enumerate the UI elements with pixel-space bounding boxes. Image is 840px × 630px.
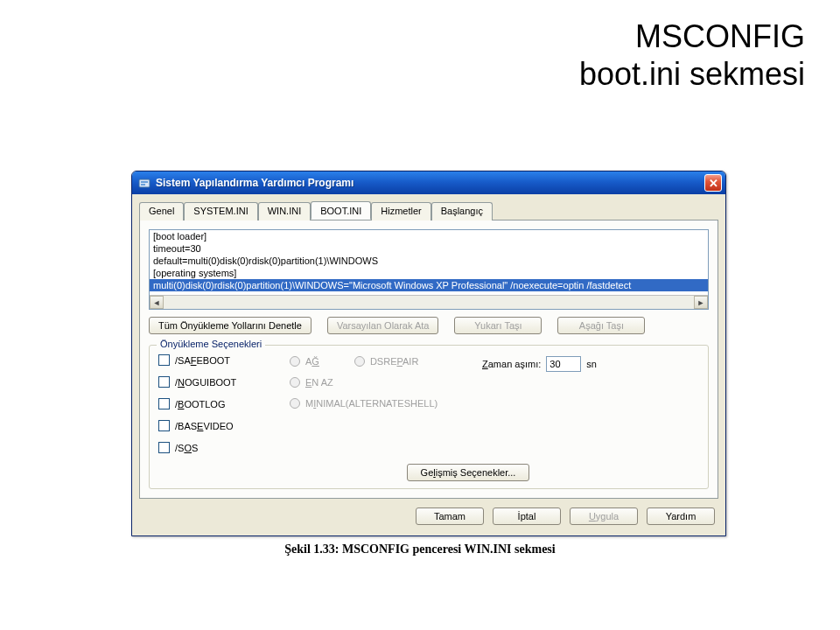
timeout-input[interactable] xyxy=(546,356,581,372)
boot-options-group: Önyükleme Seçenekleri /SAFEBOOT /NOGUIBO… xyxy=(149,345,709,489)
list-item[interactable]: [operating systems] xyxy=(150,267,708,279)
radios-column: AĞ DSREPAIR EN AZ xyxy=(290,354,482,453)
tab-label: SYSTEM.INI xyxy=(193,206,248,216)
group-legend: Önyükleme Seçenekleri xyxy=(157,339,265,349)
noguiboot-checkbox[interactable]: /NOGUIBOOT xyxy=(158,376,290,388)
scroll-left-icon[interactable]: ◄ xyxy=(150,296,164,309)
tab-baslangic[interactable]: Başlangıç xyxy=(431,202,493,220)
check-boot-paths-button[interactable]: Tüm Önyükleme Yollarını Denetle xyxy=(149,317,312,334)
horizontal-scrollbar[interactable]: ◄ ► xyxy=(150,295,708,309)
svg-rect-1 xyxy=(141,181,148,183)
checkbox-icon xyxy=(158,398,170,410)
tab-label: Hizmetler xyxy=(381,206,421,216)
figure-caption: Şekil 1.33: MSCONFIG penceresi WIN.INI s… xyxy=(0,542,840,556)
timeout-unit: sn xyxy=(586,359,597,369)
checkbox-label: /BOOTLOG xyxy=(175,399,225,410)
checks-column: /SAFEBOOT /NOGUIBOOT /BOOTLOG /BASE xyxy=(158,354,290,453)
app-icon xyxy=(137,176,151,190)
checkbox-label: /SOS xyxy=(175,443,198,453)
sos-checkbox[interactable]: /SOS xyxy=(158,442,290,453)
network-radio: AĞ xyxy=(290,356,319,367)
button-label: Aşağı Taşı xyxy=(579,320,624,331)
bootini-listbox[interactable]: [boot loader] timeout=30 default=multi(0… xyxy=(149,229,709,310)
tab-boot-ini[interactable]: BOOT.INI xyxy=(311,201,371,220)
advanced-button-row: Gelişmiş Seçenekler... xyxy=(158,464,699,481)
list-item[interactable]: [boot loader] xyxy=(150,230,708,242)
svg-rect-2 xyxy=(141,184,145,186)
radio-label: EN AZ xyxy=(305,377,333,388)
tab-panel-bootini: [boot loader] timeout=30 default=multi(0… xyxy=(139,220,718,499)
set-default-button[interactable]: Varsayılan Olarak Ata xyxy=(327,317,439,334)
advanced-options-button[interactable]: Gelişmiş Seçenekler... xyxy=(407,464,529,481)
radio-icon xyxy=(354,356,365,367)
checkbox-label: /BASEVIDEO xyxy=(175,421,234,431)
tab-win-ini[interactable]: WIN.INI xyxy=(258,202,312,220)
radio-icon xyxy=(290,356,300,367)
checkbox-icon xyxy=(158,442,170,453)
minimal-radio: EN AZ xyxy=(290,377,482,388)
help-button[interactable]: Yardım xyxy=(647,508,715,525)
close-icon: ✕ xyxy=(709,177,718,190)
tab-strip: Genel SYSTEM.INI WIN.INI BOOT.INI Hizmet… xyxy=(139,201,718,220)
list-item-selected[interactable]: multi(0)disk(0)rdisk(0)partition(1)\WIND… xyxy=(150,279,708,291)
svg-rect-0 xyxy=(139,179,150,187)
client-area: Genel SYSTEM.INI WIN.INI BOOT.INI Hizmet… xyxy=(132,194,725,536)
scroll-track[interactable] xyxy=(164,296,694,309)
move-up-button[interactable]: Yukarı Taşı xyxy=(454,317,542,334)
dialog-button-row: Tamam İptal Uygula Yardım xyxy=(139,499,718,528)
checkbox-label: /SAFEBOOT xyxy=(175,355,230,366)
button-label: Gelişmiş Seçenekler... xyxy=(421,467,516,478)
button-label: Yardım xyxy=(666,511,696,522)
tab-label: Genel xyxy=(149,206,174,216)
window-title: Sistem Yapılandırma Yardımcı Programı xyxy=(156,177,704,189)
bootlog-checkbox[interactable]: /BOOTLOG xyxy=(158,398,290,410)
tab-hizmetler[interactable]: Hizmetler xyxy=(371,202,430,220)
path-buttons-row: Tüm Önyükleme Yollarını Denetle Varsayıl… xyxy=(149,317,709,334)
dsrepair-radio: DSREPAIR xyxy=(354,356,418,367)
msconfig-window: Sistem Yapılandırma Yardımcı Programı ✕ … xyxy=(131,171,726,536)
list-item[interactable]: default=multi(0)disk(0)rdisk(0)partition… xyxy=(150,255,708,267)
checkbox-icon xyxy=(158,354,170,366)
button-label: Tamam xyxy=(434,511,466,522)
options-grid: /SAFEBOOT /NOGUIBOOT /BOOTLOG /BASE xyxy=(158,354,699,453)
radio-icon xyxy=(290,377,300,388)
slide-title: MSCONFIG boot.ini sekmesi xyxy=(579,18,805,93)
ok-button[interactable]: Tamam xyxy=(416,508,484,525)
checkbox-label: /NOGUIBOOT xyxy=(175,377,236,388)
basevideo-checkbox[interactable]: /BASEVIDEO xyxy=(158,420,290,431)
tab-label: BOOT.INI xyxy=(320,206,361,216)
close-button[interactable]: ✕ xyxy=(704,174,722,192)
tab-label: WIN.INI xyxy=(268,206,302,216)
button-label: İptal xyxy=(518,511,536,522)
titlebar[interactable]: Sistem Yapılandırma Yardımcı Programı ✕ xyxy=(132,172,725,194)
button-label: Tüm Önyükleme Yollarını Denetle xyxy=(158,320,302,331)
button-label: Varsayılan Olarak Ata xyxy=(337,320,430,331)
button-label: Uygula xyxy=(589,511,619,522)
slide-title-line1: MSCONFIG xyxy=(579,18,805,55)
timeout-column: Zaman aşımı: sn xyxy=(482,354,699,453)
tab-genel[interactable]: Genel xyxy=(139,202,184,220)
button-label: Yukarı Taşı xyxy=(474,320,522,331)
cancel-button[interactable]: İptal xyxy=(493,508,561,525)
move-down-button[interactable]: Aşağı Taşı xyxy=(557,317,645,334)
checkbox-icon xyxy=(158,420,170,431)
apply-button[interactable]: Uygula xyxy=(570,508,638,525)
checkbox-icon xyxy=(158,376,170,388)
safeboot-checkbox[interactable]: /SAFEBOOT xyxy=(158,354,290,366)
timeout-row: Zaman aşımı: sn xyxy=(482,356,699,372)
scroll-right-icon[interactable]: ► xyxy=(694,296,708,309)
tab-label: Başlangıç xyxy=(441,206,483,216)
slide-title-line2: boot.ini sekmesi xyxy=(579,55,805,93)
tab-system-ini[interactable]: SYSTEM.INI xyxy=(184,202,257,220)
timeout-label: Zaman aşımı: xyxy=(482,359,541,369)
radio-icon xyxy=(290,398,300,409)
radio-label: DSREPAIR xyxy=(370,356,418,367)
altshell-radio: MINIMAL(ALTERNATESHELL) xyxy=(290,398,482,409)
list-item[interactable]: timeout=30 xyxy=(150,242,708,255)
radio-label: MINIMAL(ALTERNATESHELL) xyxy=(305,398,438,409)
radio-label: AĞ xyxy=(305,356,319,367)
